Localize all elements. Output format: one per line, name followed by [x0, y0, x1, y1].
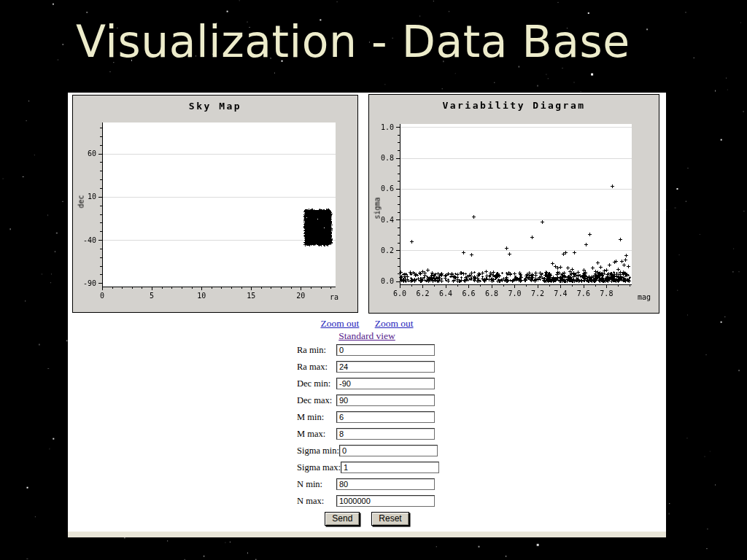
sigma-min-label: Sigma min:	[297, 446, 339, 456]
dec-max-input[interactable]	[336, 394, 435, 406]
dec-min-input[interactable]	[336, 378, 435, 389]
ra-min-input[interactable]	[336, 344, 435, 356]
n-min-input[interactable]	[336, 478, 435, 490]
form-row-n-max: N max:	[297, 494, 437, 508]
ra-max-label: Ra max:	[297, 362, 336, 373]
standard-view-row: Standard view	[68, 330, 666, 342]
form-row-ra-min: Ra min:	[297, 343, 437, 357]
n-min-label: N min:	[297, 479, 336, 490]
browser-page: Sky Map ra dec Variability Diagram mag s…	[68, 93, 666, 537]
variability-diagram-panel: Variability Diagram mag sigma	[368, 94, 659, 314]
sigma-min-input[interactable]	[339, 445, 438, 456]
dec-max-label: Dec max:	[297, 395, 336, 406]
m-min-label: M min:	[297, 412, 336, 423]
query-form: Ra min:Ra max:Dec min:Dec max:M min:M ma…	[68, 343, 666, 526]
send-button[interactable]: Send	[325, 512, 360, 526]
zoom-out-link-1[interactable]: Zoom out	[320, 318, 359, 329]
form-row-n-min: N min:	[297, 478, 437, 491]
sigma-max-input[interactable]	[341, 462, 439, 473]
variability-y-axis-label: sigma	[374, 197, 382, 219]
zoom-links-row: Zoom out Zoom out	[68, 317, 666, 330]
variability-diagram-title: Variability Diagram	[369, 100, 659, 111]
form-row-ra-max: Ra max:	[297, 360, 437, 373]
slide-title: Visualization - Data Base	[76, 19, 630, 64]
form-row-sigma-min: Sigma min:	[297, 444, 437, 457]
sky-map-panel: Sky Map ra dec	[72, 95, 358, 313]
form-row-dec-min: Dec min:	[297, 377, 437, 390]
m-min-input[interactable]	[336, 411, 435, 423]
variability-x-axis-label: mag	[638, 293, 651, 301]
sky-map-title: Sky Map	[73, 101, 357, 112]
form-row-sigma-max: Sigma max:	[297, 461, 437, 474]
sigma-max-label: Sigma max:	[297, 462, 341, 473]
view-links: Zoom out Zoom out Standard view	[68, 317, 666, 342]
zoom-out-link-2[interactable]: Zoom out	[375, 318, 414, 329]
sky-map-y-axis-label: dec	[77, 195, 85, 208]
form-row-m-max: M max:	[297, 427, 437, 440]
sky-map-x-axis-label: ra	[330, 293, 338, 301]
form-buttons: Send Reset	[68, 511, 666, 526]
n-max-input[interactable]	[336, 495, 435, 507]
m-max-input[interactable]	[336, 428, 435, 440]
dec-min-label: Dec min:	[297, 378, 336, 389]
ra-min-label: Ra min:	[297, 345, 336, 356]
standard-view-link[interactable]: Standard view	[338, 330, 395, 341]
sky-map-plot-canvas	[73, 96, 357, 312]
reset-button[interactable]: Reset	[371, 512, 409, 526]
form-row-m-min: M min:	[297, 411, 437, 424]
query-form-rows: Ra min:Ra max:Dec min:Dec max:M min:M ma…	[297, 343, 437, 508]
variability-plot-canvas	[369, 95, 659, 313]
form-row-dec-max: Dec max:	[297, 394, 437, 407]
n-max-label: N max:	[297, 496, 336, 507]
m-max-label: M max:	[297, 429, 336, 440]
ra-max-input[interactable]	[336, 361, 435, 373]
